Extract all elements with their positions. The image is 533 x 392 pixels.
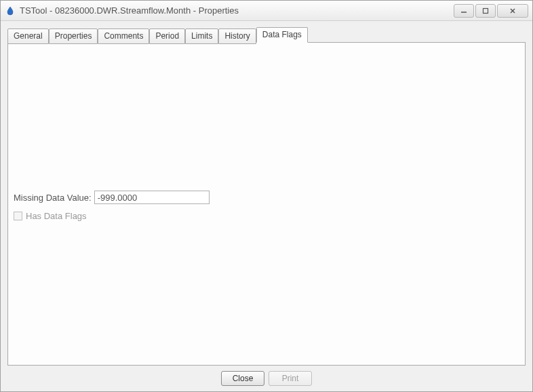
svg-rect-1 [483, 8, 488, 13]
titlebar[interactable]: TSTool - 08236000.DWR.Streamflow.Month -… [1, 1, 532, 21]
close-window-button[interactable] [497, 4, 528, 18]
client-area: General Properties Comments Period Limit… [1, 21, 532, 391]
tab-data-flags[interactable]: Data Flags [256, 27, 308, 43]
has-data-flags-label: Has Data Flags [26, 211, 87, 221]
has-data-flags-checkbox[interactable] [14, 212, 22, 220]
window-controls [454, 4, 528, 18]
missing-data-label: Missing Data Value: [14, 193, 92, 203]
minimize-button[interactable] [454, 4, 474, 18]
tab-comments[interactable]: Comments [98, 28, 149, 44]
button-bar: Close Print [7, 366, 526, 387]
missing-data-row: Missing Data Value: [14, 191, 210, 204]
print-button[interactable]: Print [269, 371, 312, 386]
missing-data-input[interactable] [94, 191, 210, 204]
tab-properties[interactable]: Properties [49, 28, 98, 44]
app-icon [5, 5, 16, 16]
tab-general[interactable]: General [7, 28, 49, 44]
close-button[interactable]: Close [221, 371, 264, 386]
tab-history[interactable]: History [218, 28, 256, 44]
tab-period[interactable]: Period [149, 28, 185, 44]
tab-panel-data-flags: Missing Data Value: Has Data Flags [7, 42, 526, 366]
window-title: TSTool - 08236000.DWR.Streamflow.Month -… [20, 5, 454, 16]
window-frame: TSTool - 08236000.DWR.Streamflow.Month -… [0, 0, 533, 392]
tabstrip: General Properties Comments Period Limit… [7, 27, 526, 43]
tab-limits[interactable]: Limits [185, 28, 218, 44]
has-data-flags-row: Has Data Flags [14, 211, 87, 221]
maximize-button[interactable] [475, 4, 496, 18]
